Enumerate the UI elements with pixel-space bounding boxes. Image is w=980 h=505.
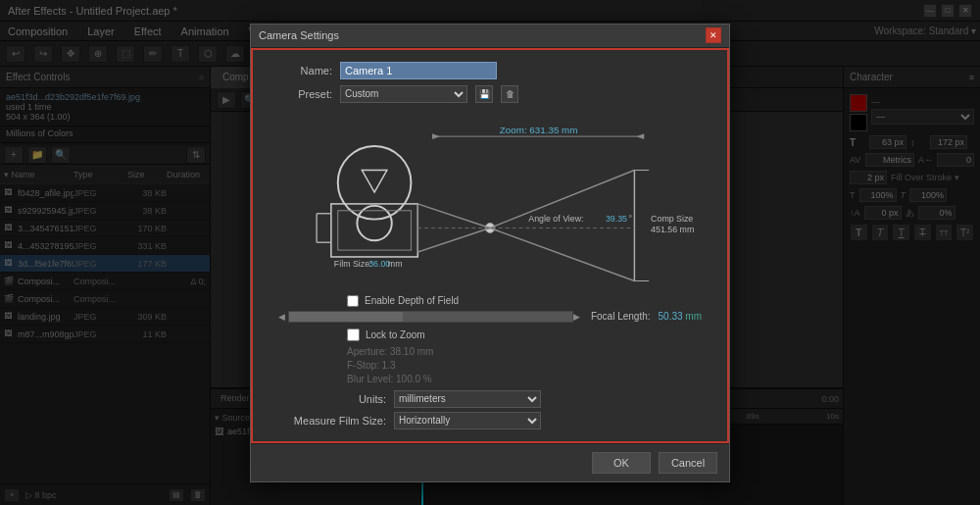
dialog-title: Camera Settings [259, 29, 706, 41]
enable-dof-checkbox[interactable] [347, 295, 359, 307]
dialog-footer: OK Cancel [251, 443, 729, 481]
preset-save-btn[interactable]: 💾 [475, 85, 493, 103]
aperture-value: 38.10 mm [390, 346, 433, 357]
camera-diagram: Zoom: 631.35 mm [269, 111, 711, 287]
focal-length-label: Focal Length: [591, 311, 651, 322]
preset-row: Preset: Custom 15mm 20mm 24mm 28mm 35mm … [269, 85, 711, 103]
svg-text:451.56 mm: 451.56 mm [651, 225, 694, 234]
lock-to-zoom-label: Lock to Zoom [366, 329, 425, 340]
aperture-row: Aperture: 38.10 mm [269, 345, 711, 357]
ok-button[interactable]: OK [592, 452, 651, 474]
blur-level-row: Blur Level: 100.0 % [269, 373, 711, 384]
measure-row: Measure Film Size: Horizontally Vertical… [269, 412, 711, 429]
svg-text:°: ° [628, 213, 632, 223]
measure-select[interactable]: Horizontally Vertically Diagonally [394, 412, 541, 429]
blur-label: Blur Level: [347, 374, 396, 384]
preset-delete-btn[interactable]: 🗑 [501, 85, 518, 103]
aperture-label: Aperture: [347, 346, 390, 357]
fstop-label: F-Stop: [347, 360, 382, 371]
dialog-close-button[interactable]: ✕ [706, 27, 721, 43]
dialog-title-bar: Camera Settings ✕ [251, 25, 729, 48]
fstop-value: 1.3 [382, 360, 396, 371]
focal-track[interactable] [288, 311, 573, 323]
focal-unit: mm [685, 311, 702, 322]
modal-overlay: Camera Settings ✕ Name: Preset: Custom 1… [0, 0, 980, 505]
svg-text:mm: mm [388, 258, 403, 268]
svg-text:Comp Size: Comp Size [651, 213, 693, 223]
svg-text:Angle of View:: Angle of View: [528, 213, 583, 223]
blur-value: 100.0 % [396, 374, 432, 384]
units-row: Units: millimeters pixels inches [269, 390, 711, 408]
enable-dof-row: Enable Depth of Field [269, 295, 711, 307]
focal-value-number[interactable]: 50.33 [659, 311, 683, 322]
name-label: Name: [288, 65, 332, 76]
units-label: Units: [288, 393, 386, 405]
fstop-row: F-Stop: 1.3 [269, 359, 711, 371]
camera-settings-dialog: Camera Settings ✕ Name: Preset: Custom 1… [250, 24, 730, 482]
lock-to-zoom-checkbox[interactable] [347, 328, 360, 341]
focal-right-arrow: ▶ [573, 312, 583, 322]
focal-fill [289, 312, 403, 322]
preset-label: Preset: [288, 88, 332, 100]
svg-text:Film Size:: Film Size: [334, 258, 372, 268]
camera-name-input[interactable] [340, 62, 497, 79]
camera-svg: Zoom: 631.35 mm [269, 111, 711, 287]
svg-text:39.35: 39.35 [606, 213, 627, 223]
preset-select[interactable]: Custom 15mm 20mm 24mm 28mm 35mm 50mm 80m… [340, 85, 467, 103]
name-row: Name: [269, 62, 711, 79]
measure-label: Measure Film Size: [288, 415, 386, 427]
focal-left-arrow: ◀ [278, 312, 288, 322]
focal-length-bar: ◀ ▶ Focal Length: 50.33 mm [269, 311, 711, 323]
units-select[interactable]: millimeters pixels inches [394, 390, 541, 408]
lock-zoom-row: Lock to Zoom [269, 328, 711, 341]
cancel-button[interactable]: Cancel [659, 452, 717, 474]
focal-length-value: 50.33 mm [659, 311, 702, 322]
enable-dof-label: Enable Depth of Field [365, 295, 459, 306]
dialog-content: Name: Preset: Custom 15mm 20mm 24mm 28mm… [251, 48, 729, 443]
svg-text:Zoom:  631.35 mm: Zoom: 631.35 mm [500, 125, 578, 135]
